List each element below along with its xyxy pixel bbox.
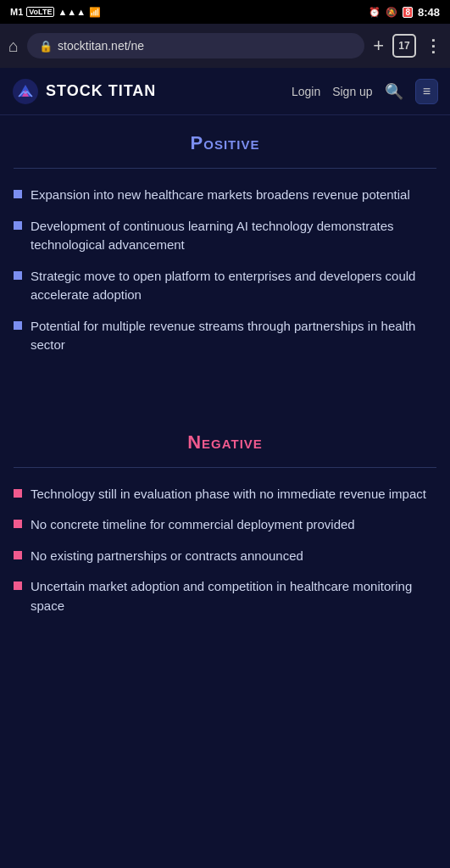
mute-icon: 🔕	[386, 7, 397, 18]
tabs-count-badge[interactable]: 17	[392, 34, 416, 58]
signup-link[interactable]: Sign up	[332, 85, 372, 98]
battery-indicator: 8	[403, 7, 413, 18]
negative-item-4: Uncertain market adoption and competitio…	[31, 577, 436, 615]
negative-item-1: Technology still in evaluation phase wit…	[31, 485, 426, 504]
carrier-label: M1	[10, 7, 23, 17]
lock-icon: 🔒	[39, 40, 53, 53]
positive-header: Positive	[14, 132, 436, 154]
list-item: Expansion into new healthcare markets br…	[14, 186, 436, 205]
positive-item-1: Expansion into new healthcare markets br…	[31, 186, 410, 205]
status-time: 8:48	[418, 6, 440, 19]
nav-links: Login Sign up 🔍 ≡	[292, 79, 438, 104]
url-input-container[interactable]: 🔒 stocktitan.net/ne	[27, 33, 364, 58]
brand-name: STOCK TITAN	[46, 82, 156, 100]
positive-list: Expansion into new healthcare markets br…	[14, 186, 436, 355]
status-bar: M1 VoLTE ▲▲▲ 📶 ⏰ 🔕 8 8:48	[0, 0, 450, 24]
alarm-icon: ⏰	[369, 7, 381, 18]
negative-divider	[14, 467, 436, 468]
bullet-icon	[14, 190, 22, 198]
list-item: Development of continuous learning AI te…	[14, 217, 436, 255]
wifi-icon: 📶	[89, 7, 101, 18]
menu-button[interactable]: ≡	[415, 79, 438, 104]
carrier-type: VoLTE	[26, 7, 54, 17]
bullet-icon	[14, 271, 22, 280]
list-item: No existing partnerships or contracts an…	[14, 547, 436, 566]
list-item: Technology still in evaluation phase wit…	[14, 485, 436, 504]
nav-logo[interactable]: STOCK TITAN	[12, 78, 156, 105]
main-content: Positive Expansion into new healthcare m…	[0, 115, 450, 666]
positive-title: Positive	[191, 132, 260, 153]
negative-section: Negative Technology still in evaluation …	[14, 431, 436, 616]
positive-item-3: Strategic move to open platform to enter…	[31, 267, 436, 305]
list-item: Potential for multiple revenue streams t…	[14, 317, 436, 355]
list-item: No concrete timeline for commercial depl…	[14, 515, 436, 535]
bullet-icon	[14, 321, 22, 330]
positive-item-2: Development of continuous learning AI te…	[31, 217, 436, 255]
section-spacer	[14, 389, 436, 431]
negative-list: Technology still in evaluation phase wit…	[14, 485, 436, 616]
negative-item-2: No concrete timeline for commercial depl…	[31, 515, 355, 535]
bullet-icon	[14, 489, 22, 498]
bullet-icon	[14, 551, 22, 559]
positive-item-4: Potential for multiple revenue streams t…	[31, 317, 436, 355]
positive-divider	[14, 168, 436, 169]
negative-header: Negative	[14, 431, 436, 453]
negative-item-3: No existing partnerships or contracts an…	[31, 547, 303, 566]
bullet-icon	[14, 221, 22, 230]
brand-logo-icon	[12, 78, 39, 105]
positive-section: Positive Expansion into new healthcare m…	[14, 132, 436, 355]
nav-bar: STOCK TITAN Login Sign up 🔍 ≡	[0, 68, 450, 115]
home-icon[interactable]: ⌂	[8, 36, 19, 56]
status-carrier: M1 VoLTE ▲▲▲ 📶	[10, 7, 101, 18]
signal-icon: ▲▲▲	[58, 7, 86, 17]
login-link[interactable]: Login	[292, 85, 320, 98]
negative-title: Negative	[187, 431, 263, 453]
add-tab-icon[interactable]: +	[373, 35, 384, 57]
url-bar: ⌂ 🔒 stocktitan.net/ne + 17 ⋮	[0, 24, 450, 68]
url-display: stocktitan.net/ne	[58, 39, 353, 53]
bullet-icon	[14, 581, 22, 590]
list-item: Strategic move to open platform to enter…	[14, 267, 436, 305]
list-item: Uncertain market adoption and competitio…	[14, 577, 436, 615]
bullet-icon	[14, 520, 22, 528]
status-right-group: ⏰ 🔕 8 8:48	[369, 6, 440, 19]
more-options-icon[interactable]: ⋮	[425, 36, 442, 56]
search-icon[interactable]: 🔍	[385, 82, 403, 101]
